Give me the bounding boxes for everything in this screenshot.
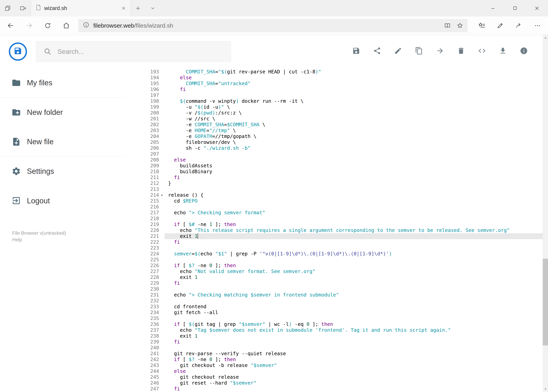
code-editor[interactable]: 1931941951961971981992002012022032042052… — [141, 68, 543, 392]
code-line-242[interactable]: if [ $? -ne 0 ]; then — [165, 357, 543, 363]
code-button[interactable] — [472, 41, 493, 62]
code-line-224[interactable]: semver=$(echo "$1" | grep -P '^v(0|[1-9]… — [165, 251, 543, 257]
code-line-199[interactable]: -u "$(id -u)" \ — [165, 104, 543, 110]
line-number[interactable]: 194 — [141, 75, 159, 81]
code-lines[interactable]: COMMIT_SHA="$(git rev-parse HEAD | cut -… — [165, 69, 543, 392]
code-line-226[interactable]: if [ $? -ne 0 ]; then — [165, 263, 543, 268]
line-number[interactable]: 234 — [141, 310, 159, 315]
code-line-221[interactable]: exit 1 — [165, 233, 543, 239]
code-line-230[interactable] — [165, 286, 543, 292]
page-scrollbar[interactable] — [543, 35, 548, 392]
code-line-247[interactable]: fi — [165, 386, 543, 392]
code-line-194[interactable]: else — [165, 75, 543, 81]
code-line-241[interactable]: git rev-parse --verify --quiet release — [165, 351, 543, 357]
line-number[interactable]: 193 — [141, 69, 159, 75]
code-line-196[interactable]: fi — [165, 86, 543, 92]
line-number[interactable]: 196 — [141, 86, 159, 92]
search-box[interactable] — [36, 41, 231, 62]
code-line-197[interactable] — [165, 92, 543, 98]
code-line-200[interactable]: -v /$(pwd):/src:z \ — [165, 110, 543, 116]
help-link[interactable]: Help — [12, 237, 142, 243]
code-line-212[interactable]: } — [165, 181, 543, 186]
line-number[interactable]: 201 — [141, 116, 159, 122]
sidebar-item-new-file[interactable]: New file — [0, 127, 141, 156]
maximize-button[interactable] — [504, 0, 526, 16]
code-line-218[interactable] — [165, 216, 543, 222]
tabs-set-aside-button[interactable] — [0, 0, 15, 16]
edit-button[interactable] — [388, 41, 409, 62]
site-info-icon[interactable] — [83, 21, 90, 29]
share-button[interactable] — [367, 41, 388, 62]
line-number[interactable]: 195 — [141, 81, 159, 86]
line-number[interactable]: 229 — [141, 280, 159, 286]
move-button[interactable] — [430, 41, 450, 62]
browser-tab[interactable]: wizard.sh — [31, 0, 131, 16]
more-options-button[interactable] — [528, 16, 547, 35]
code-line-214[interactable]: release () { — [165, 192, 543, 198]
line-number[interactable]: 210 — [141, 169, 159, 175]
code-line-211[interactable]: fi — [165, 175, 543, 181]
code-line-222[interactable]: fi — [165, 239, 543, 245]
sidebar-item-logout[interactable]: Logout — [0, 186, 141, 216]
code-line-240[interactable] — [165, 345, 543, 351]
code-line-206[interactable]: sh -c "./wizard.sh -b" — [165, 145, 543, 151]
download-button[interactable] — [493, 41, 513, 62]
line-number[interactable]: 213 — [141, 186, 159, 192]
line-number[interactable]: 232 — [141, 298, 159, 304]
code-line-246[interactable]: git reset --hard "$semver" — [165, 380, 543, 386]
line-number[interactable]: 199 — [141, 104, 159, 110]
code-line-225[interactable] — [165, 257, 543, 263]
sidebar-item-my-files[interactable]: My files — [0, 68, 141, 98]
fold-marker-icon[interactable]: ▾ — [159, 192, 165, 198]
line-number[interactable]: 207 — [141, 151, 159, 157]
share-page-button[interactable] — [510, 16, 528, 35]
line-number[interactable]: 197 — [141, 92, 159, 98]
set-tabs-aside-button[interactable] — [15, 0, 31, 16]
code-line-217[interactable]: echo "> Checking semver format" — [165, 210, 543, 216]
hub-favorites-button[interactable] — [472, 16, 491, 35]
line-number[interactable]: 214 — [141, 192, 159, 198]
line-number[interactable]: 211 — [141, 175, 159, 181]
scrollbar-up-arrow[interactable] — [543, 35, 548, 41]
line-number[interactable]: 230 — [141, 286, 159, 292]
web-note-pen-button[interactable] — [491, 16, 510, 35]
line-number[interactable]: 233 — [141, 304, 159, 310]
line-number[interactable]: 246 — [141, 380, 159, 386]
app-logo[interactable] — [9, 42, 27, 61]
code-line-210[interactable]: buildBinary — [165, 169, 543, 175]
code-line-195[interactable]: COMMIT_SHA="untracked" — [165, 81, 543, 86]
search-input[interactable] — [57, 48, 224, 55]
line-number[interactable]: 242 — [141, 357, 159, 363]
back-button[interactable] — [1, 16, 20, 35]
line-number[interactable]: 237 — [141, 327, 159, 333]
window-close-button[interactable] — [526, 0, 548, 16]
sidebar-item-new-folder[interactable]: New folder — [0, 98, 141, 127]
code-line-238[interactable]: exit 1 — [165, 333, 543, 339]
line-number[interactable]: 218 — [141, 216, 159, 222]
code-line-215[interactable]: cd $REPO — [165, 198, 543, 204]
line-number[interactable]: 231 — [141, 292, 159, 298]
line-number[interactable]: 209 — [141, 163, 159, 169]
code-line-227[interactable]: echo "Not valid semver format. See semve… — [165, 268, 543, 274]
line-number[interactable]: 224 — [141, 251, 159, 257]
forward-button[interactable] — [20, 16, 39, 35]
line-number[interactable]: 226 — [141, 263, 159, 268]
line-number[interactable]: 204 — [141, 133, 159, 139]
line-number[interactable]: 205 — [141, 139, 159, 145]
code-line-229[interactable]: fi — [165, 280, 543, 286]
sidebar-item-settings[interactable]: Settings — [0, 157, 141, 186]
line-number[interactable]: 212 — [141, 181, 159, 186]
line-number[interactable]: 227 — [141, 268, 159, 274]
favorite-star-icon[interactable] — [454, 20, 466, 32]
line-number[interactable]: 200 — [141, 110, 159, 116]
line-number[interactable]: 219 — [141, 222, 159, 227]
code-line-239[interactable]: fi — [165, 339, 543, 345]
line-number[interactable]: 247 — [141, 386, 159, 392]
line-number[interactable]: 239 — [141, 339, 159, 345]
code-line-216[interactable] — [165, 204, 543, 210]
delete-button[interactable] — [451, 41, 472, 62]
code-line-207[interactable] — [165, 151, 543, 157]
line-number[interactable]: 235 — [141, 315, 159, 321]
line-number[interactable]: 225 — [141, 257, 159, 263]
code-line-203[interactable]: -e HOME="//tmp" \ — [165, 128, 543, 133]
